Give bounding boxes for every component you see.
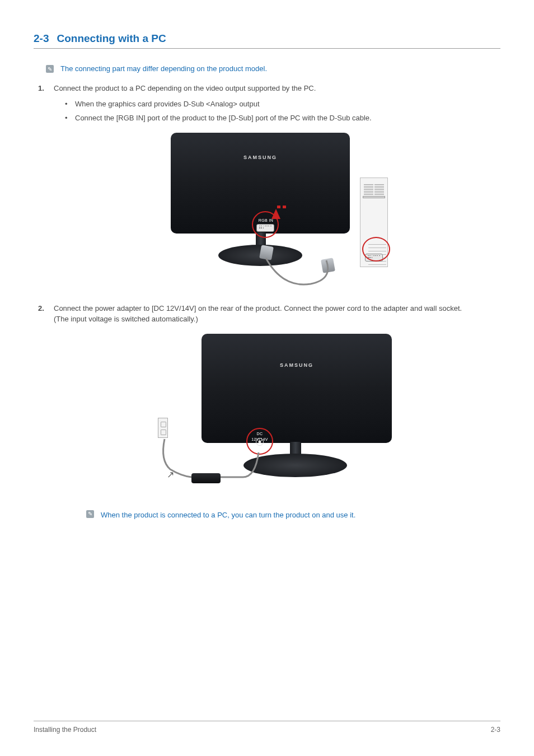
cable-path: [260, 255, 361, 288]
indicator-icon: [283, 206, 286, 208]
monitor-illustration: SAMSUNG: [202, 334, 392, 443]
footer-left: Installing the Product: [34, 726, 96, 734]
note-text: When the product is connected to a PC, y…: [101, 510, 355, 521]
monitor-brand-label: SAMSUNG: [243, 154, 277, 162]
figure-rgb-connection: SAMSUNG RGB IN: [54, 133, 500, 290]
section-number: 2-3: [34, 32, 49, 44]
steps-list: Connect the product to a PC depending on…: [38, 83, 500, 520]
wall-outlet-icon: [158, 418, 168, 438]
bullet-1: When the graphics card provides D-Sub <A…: [63, 99, 500, 110]
step-1-text: Connect the product to a PC depending on…: [54, 84, 316, 92]
note-text: The connecting part may differ depending…: [60, 64, 267, 73]
power-adapter-icon: [191, 473, 221, 483]
step-2-text: Connect the power adapter to [DC 12V/14V…: [54, 304, 462, 312]
dsub-port-monitor: [256, 224, 274, 232]
arrow-icon: ↗: [167, 468, 174, 482]
note-icon: ✎: [86, 510, 94, 518]
step-1-bullets: When the graphics card provides D-Sub <A…: [63, 99, 500, 124]
step-2: Connect the power adapter to [DC 12V/14V…: [38, 303, 500, 521]
note-bottom: ✎ When the product is connected to a PC,…: [86, 510, 500, 521]
section-title: Connecting with a PC: [57, 32, 166, 44]
figure-power-connection: SAMSUNG DC 12V/14V ↗: [54, 334, 500, 496]
dc-port-icon: [256, 438, 264, 446]
note-top: ✎ The connecting part may differ dependi…: [46, 64, 500, 73]
footer-right: 2-3: [491, 726, 500, 734]
step-1: Connect the product to a PC depending on…: [38, 83, 500, 290]
rgb-in-label: RGB IN: [255, 218, 277, 224]
note-icon: ✎: [46, 65, 54, 73]
section-heading: 2-3Connecting with a PC: [34, 32, 500, 49]
bullet-2: Connect the [RGB IN] port of the product…: [63, 113, 500, 124]
page-footer: Installing the Product 2-3: [34, 721, 500, 734]
highlight-circle-pc: [362, 237, 390, 262]
dc-cable-path: [218, 446, 269, 480]
step-2-text2: (The input voltage is switched automatic…: [54, 315, 198, 323]
monitor-brand-label: SAMSUNG: [280, 362, 313, 370]
indicator-icon: [277, 206, 280, 208]
